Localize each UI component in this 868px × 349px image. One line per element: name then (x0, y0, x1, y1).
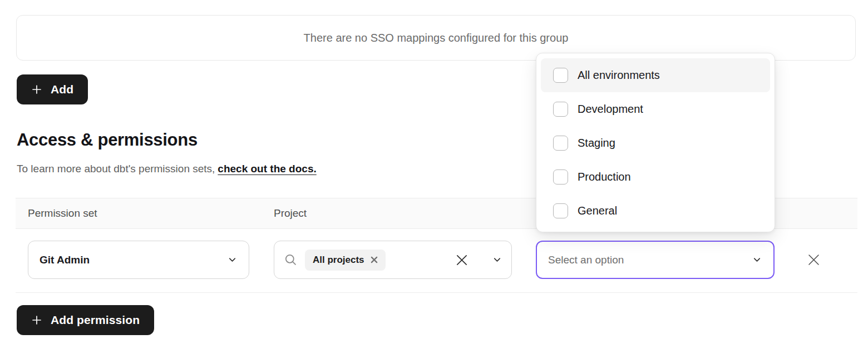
plus-icon (31, 84, 42, 95)
project-chip-all-projects[interactable]: All projects (305, 250, 386, 271)
checkbox[interactable] (553, 136, 568, 151)
option-label: General (578, 205, 617, 217)
subtitle-text: To learn more about dbt's permission set… (17, 163, 215, 174)
environment-dropdown-menu: All environments Development Staging Pro… (536, 53, 775, 232)
chevron-down-icon (752, 255, 762, 265)
permission-set-value: Git Admin (40, 254, 90, 266)
dropdown-option-general[interactable]: General (541, 194, 770, 228)
group-settings-page: There are no SSO mappings configured for… (0, 0, 868, 349)
project-clear-button[interactable] (454, 252, 470, 268)
dropdown-option-production[interactable]: Production (541, 160, 770, 194)
add-sso-mapping-button[interactable]: Add (17, 74, 88, 104)
search-icon (283, 252, 298, 267)
option-label: Production (578, 171, 631, 183)
checkbox[interactable] (553, 203, 568, 218)
checkbox[interactable] (553, 68, 568, 83)
chevron-down-icon (492, 255, 502, 265)
environment-placeholder: Select an option (548, 254, 624, 266)
section-subtitle: To learn more about dbt's permission set… (17, 163, 317, 175)
dropdown-option-staging[interactable]: Staging (541, 126, 770, 160)
plus-icon (31, 315, 42, 326)
project-multiselect[interactable]: All projects (274, 241, 512, 279)
environment-select[interactable]: Select an option (536, 241, 775, 279)
option-label: All environments (578, 69, 660, 82)
option-label: Staging (578, 137, 615, 149)
add-button-label: Add (51, 83, 73, 96)
checkbox[interactable] (553, 169, 568, 185)
permission-row: Git Admin All projects (16, 229, 857, 293)
column-header-permission-set: Permission set (28, 207, 97, 220)
checkbox[interactable] (553, 102, 568, 117)
remove-permission-row-button[interactable] (805, 251, 822, 268)
column-header-project: Project (274, 207, 307, 220)
project-chip-label: All projects (313, 255, 364, 266)
permission-set-select[interactable]: Git Admin (28, 241, 249, 279)
dropdown-option-all-environments[interactable]: All environments (541, 58, 770, 92)
chevron-down-icon (227, 255, 238, 265)
sso-empty-message: There are no SSO mappings configured for… (304, 32, 569, 44)
add-permission-button[interactable]: Add permission (17, 305, 154, 335)
page-title: Access & permissions (17, 130, 198, 150)
docs-link[interactable]: check out the docs. (218, 163, 316, 174)
dropdown-option-development[interactable]: Development (541, 92, 770, 126)
option-label: Development (578, 103, 643, 116)
add-permission-label: Add permission (51, 313, 140, 327)
chip-remove-icon[interactable] (371, 256, 378, 263)
